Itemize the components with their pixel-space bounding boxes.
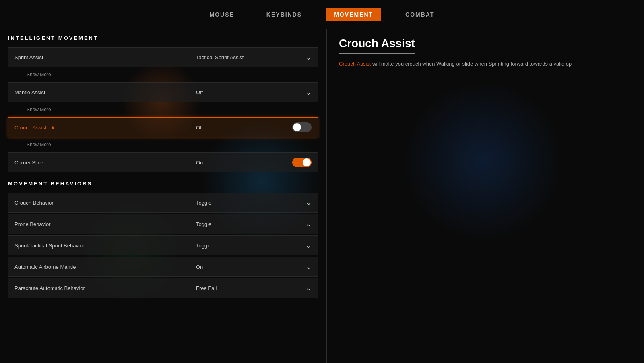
parachute-behavior-label: Parachute Automatic Behavior: [8, 285, 190, 291]
sprint-tactical-behavior-label: Sprint/Tactical Sprint Behavior: [8, 243, 190, 249]
prone-behavior-arrow: ⌄: [305, 220, 312, 228]
intelligent-movement-header: INTELLIGENT MOVEMENT: [8, 35, 318, 43]
crouch-assist-row[interactable]: Crouch Assist ★ Off: [8, 117, 318, 137]
mantle-assist-value[interactable]: Off ⌄: [190, 88, 318, 97]
corner-slice-label: Corner Slice: [8, 160, 190, 166]
parachute-behavior-row[interactable]: Parachute Automatic Behavior Free Fall ⌄: [8, 278, 318, 298]
sprint-assist-arrow: ⌄: [305, 53, 312, 62]
info-description: Crouch Assist will make you crouch when …: [339, 60, 632, 68]
crouch-assist-toggle[interactable]: [292, 122, 312, 132]
corner-slice-row[interactable]: Corner Slice On: [8, 152, 318, 172]
sprint-tactical-behavior-value[interactable]: Toggle ⌄: [190, 241, 318, 250]
parachute-behavior-arrow: ⌄: [305, 284, 312, 292]
corner-slice-value[interactable]: On: [190, 158, 318, 167]
mantle-show-more-indent: ⌞: [20, 106, 23, 113]
mantle-assist-row[interactable]: Mantle Assist Off ⌄: [8, 82, 318, 102]
info-title: Crouch Assist: [339, 37, 415, 54]
info-panel: Crouch Assist Crouch Assist will make yo…: [327, 29, 644, 363]
corner-slice-toggle[interactable]: [292, 158, 312, 167]
top-navigation: MOUSE KEYBINDS MOVEMENT COMBAT: [0, 0, 644, 29]
automatic-airborne-mantle-row[interactable]: Automatic Airborne Mantle On ⌄: [8, 257, 318, 277]
crouch-behavior-arrow: ⌄: [305, 198, 312, 207]
sprint-assist-label: Sprint Assist: [8, 54, 190, 60]
sprint-assist-value[interactable]: Tactical Sprint Assist ⌄: [190, 53, 318, 62]
nav-movement[interactable]: MOVEMENT: [326, 8, 381, 21]
crouch-assist-show-more[interactable]: Show More: [27, 142, 51, 147]
crouch-assist-label: Crouch Assist ★: [8, 124, 190, 131]
nav-combat[interactable]: COMBAT: [397, 8, 442, 21]
crouch-assist-value[interactable]: Off: [190, 122, 318, 132]
automatic-airborne-mantle-arrow: ⌄: [305, 262, 312, 271]
mantle-assist-label: Mantle Assist: [8, 89, 190, 95]
sprint-tactical-behavior-row[interactable]: Sprint/Tactical Sprint Behavior Toggle ⌄: [8, 235, 318, 255]
prone-behavior-value[interactable]: Toggle ⌄: [190, 220, 318, 228]
automatic-airborne-mantle-label: Automatic Airborne Mantle: [8, 264, 190, 270]
nav-mouse[interactable]: MOUSE: [202, 8, 242, 21]
crouch-behavior-value[interactable]: Toggle ⌄: [190, 198, 318, 207]
info-description-rest: will make you crouch when Walking or sli…: [371, 61, 572, 67]
mantle-assist-show-more[interactable]: Show More: [27, 107, 51, 112]
sprint-tactical-behavior-arrow: ⌄: [305, 241, 312, 250]
nav-keybinds[interactable]: KEYBINDS: [258, 8, 310, 21]
sprint-assist-row[interactable]: Sprint Assist Tactical Sprint Assist ⌄: [8, 47, 318, 67]
movement-behaviors-header: MOVEMENT BEHAVIORS: [8, 180, 318, 189]
automatic-airborne-mantle-value[interactable]: On ⌄: [190, 262, 318, 271]
sprint-assist-show-more[interactable]: Show More: [27, 72, 51, 77]
crouch-assist-star: ★: [50, 124, 56, 131]
show-more-indent: ⌞: [20, 71, 23, 78]
info-highlight: Crouch Assist: [339, 61, 371, 67]
parachute-behavior-value[interactable]: Free Fall ⌄: [190, 284, 318, 292]
crouch-show-more-indent: ⌞: [20, 141, 23, 148]
mantle-assist-arrow: ⌄: [305, 88, 312, 97]
crouch-behavior-label: Crouch Behavior: [8, 200, 190, 206]
crouch-behavior-row[interactable]: Crouch Behavior Toggle ⌄: [8, 193, 318, 213]
settings-panel: INTELLIGENT MOVEMENT Sprint Assist Tacti…: [0, 29, 326, 363]
prone-behavior-label: Prone Behavior: [8, 221, 190, 227]
sprint-assist-show-more-row: ⌞ Show More: [8, 68, 318, 80]
prone-behavior-row[interactable]: Prone Behavior Toggle ⌄: [8, 214, 318, 234]
crouch-assist-show-more-row: ⌞ Show More: [8, 139, 318, 150]
mantle-assist-show-more-row: ⌞ Show More: [8, 104, 318, 115]
main-layout: INTELLIGENT MOVEMENT Sprint Assist Tacti…: [0, 29, 644, 363]
